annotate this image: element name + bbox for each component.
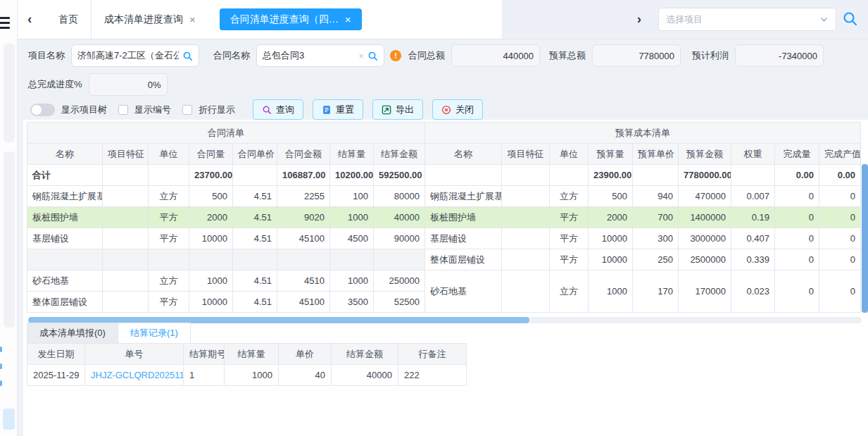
grid-cell[interactable]: [502, 165, 550, 186]
project-select[interactable]: 选择项目: [658, 8, 836, 31]
grid-cell[interactable]: [502, 186, 550, 207]
grid-cell[interactable]: [103, 228, 149, 249]
grid-cell[interactable]: 3000000: [679, 228, 731, 249]
grid-cell[interactable]: 0.007: [731, 186, 775, 207]
grid-cell[interactable]: [502, 228, 550, 249]
grid-cell[interactable]: 0.023: [731, 270, 775, 313]
grid-cell[interactable]: 106887.00: [277, 165, 330, 186]
tabs-scroll-right-icon[interactable]: ›: [637, 11, 641, 27]
grid-cell[interactable]: 10000: [189, 228, 233, 249]
grid-cell[interactable]: 80000: [374, 186, 425, 207]
grid-cell[interactable]: 整体面层铺设: [27, 292, 103, 313]
clear-icon[interactable]: ×: [358, 51, 364, 61]
grid-cell[interactable]: [502, 249, 550, 270]
grid-cell[interactable]: 整体面层铺设: [425, 249, 502, 270]
grid-cell[interactable]: 平方: [149, 228, 189, 249]
search-icon[interactable]: [182, 51, 193, 61]
grid-cell[interactable]: 0: [775, 186, 819, 207]
project-search-icon[interactable]: [842, 11, 859, 30]
grid-cell[interactable]: 45100: [277, 292, 330, 313]
grid-cell[interactable]: 4.51: [233, 186, 277, 207]
grid-cell[interactable]: 4.51: [233, 228, 277, 249]
grid-cell[interactable]: 0: [819, 270, 861, 313]
grid-cell[interactable]: 0.407: [731, 228, 775, 249]
grid-cell[interactable]: 0.00: [819, 165, 861, 186]
grid-cell[interactable]: [103, 292, 149, 313]
show-number-checkbox[interactable]: [118, 105, 128, 115]
grid-cell[interactable]: [731, 165, 775, 186]
search-button[interactable]: 查询: [253, 99, 303, 120]
grid-cell[interactable]: 4510: [277, 270, 330, 292]
grid-cell[interactable]: 500: [189, 186, 233, 207]
grid-cell[interactable]: 基层铺设: [27, 228, 103, 249]
tab-close-icon[interactable]: ×: [345, 14, 351, 25]
grid-cell[interactable]: 4.51: [233, 292, 277, 313]
grid-cell[interactable]: 40000: [374, 207, 425, 228]
wrap-lines-checkbox[interactable]: [182, 105, 192, 115]
grid-cell[interactable]: 23900.00: [589, 165, 633, 186]
grid-cell[interactable]: 1000: [589, 270, 633, 313]
grid-cell[interactable]: 940: [633, 186, 679, 207]
contract-name-value[interactable]: [263, 51, 355, 61]
grid-cell[interactable]: 1000: [330, 207, 374, 228]
grid-cell[interactable]: 立方: [550, 186, 589, 207]
grid-cell[interactable]: 0.339: [731, 249, 775, 270]
grid-cell[interactable]: 平方: [550, 207, 589, 228]
grid-cell[interactable]: 2000: [589, 207, 633, 228]
grid-cell[interactable]: 10000: [189, 292, 233, 313]
grid-cell[interactable]: 板桩围护墙: [425, 207, 502, 228]
tab-item[interactable]: 成本清单进度查询×: [91, 0, 208, 39]
grid-cell[interactable]: [233, 165, 277, 186]
grid-cell[interactable]: 592500.00: [374, 165, 425, 186]
grid-cell[interactable]: 0.00: [775, 165, 819, 186]
grid-cell[interactable]: 500: [589, 186, 633, 207]
grid-cell[interactable]: 10000: [589, 249, 633, 270]
grid-cell[interactable]: 立方: [149, 186, 189, 207]
grid-cell[interactable]: 45100: [277, 228, 330, 249]
grid-cell[interactable]: 0: [819, 186, 861, 207]
grid-cell[interactable]: 2500000: [679, 249, 731, 270]
grid-cell[interactable]: [425, 165, 502, 186]
grid-cell[interactable]: 平方: [550, 228, 589, 249]
tab-active[interactable]: 合同清单进度查询（四…×: [220, 8, 362, 30]
collapsed-sidebar[interactable]: [0, 0, 18, 436]
grid-cell[interactable]: 平方: [149, 292, 189, 313]
grid-cell[interactable]: 170000: [679, 270, 731, 313]
grid-cell[interactable]: 300: [633, 228, 679, 249]
grid-cell[interactable]: [633, 165, 679, 186]
export-button[interactable]: 导出: [372, 99, 423, 120]
grid-cell[interactable]: 0: [819, 207, 861, 228]
grid-cell[interactable]: [550, 165, 589, 186]
info-icon[interactable]: !: [390, 50, 401, 61]
search-icon[interactable]: [367, 51, 378, 61]
grid-cell[interactable]: 合计: [27, 165, 103, 186]
close-button[interactable]: 关闭: [432, 99, 483, 120]
grid-cell[interactable]: 钢筋混凝土扩展基: [425, 186, 502, 207]
vertical-scrollbar[interactable]: [862, 164, 868, 313]
vertical-scrollbar-thumb[interactable]: [862, 164, 868, 313]
reset-button[interactable]: 重置: [313, 99, 363, 120]
grid-cell[interactable]: [103, 207, 149, 228]
grid-cell[interactable]: 52500: [374, 292, 425, 313]
project-tree-toggle[interactable]: [30, 104, 55, 116]
menu-icon[interactable]: [0, 14, 10, 32]
tab-close-icon[interactable]: ×: [189, 14, 196, 25]
grid-cell[interactable]: 3500: [330, 292, 374, 313]
grid-cell[interactable]: 4500: [330, 228, 374, 249]
grid-cell[interactable]: 7780000.00: [679, 165, 731, 186]
grid-cell[interactable]: 170: [633, 270, 679, 313]
bottom-tab[interactable]: 成本清单填报(0): [27, 323, 118, 343]
grid-cell[interactable]: 板桩围护墙: [27, 207, 103, 228]
grid-cell[interactable]: [103, 186, 149, 207]
grid-cell[interactable]: 0: [775, 207, 819, 228]
grid-cell[interactable]: 1400000: [679, 207, 731, 228]
grid-cell[interactable]: 100: [330, 186, 374, 207]
settle-doc-link[interactable]: JHJZ-GCLQRD20251129: [85, 365, 184, 386]
grid-cell[interactable]: 2255: [277, 186, 330, 207]
grid-cell[interactable]: 10200.00: [330, 165, 374, 186]
grid-cell[interactable]: 9020: [277, 207, 330, 228]
grid-cell[interactable]: 砂石地基: [27, 270, 103, 292]
grid-cell[interactable]: 1000: [330, 270, 374, 292]
grid-cell[interactable]: [502, 207, 550, 228]
grid-cell[interactable]: [103, 270, 149, 292]
